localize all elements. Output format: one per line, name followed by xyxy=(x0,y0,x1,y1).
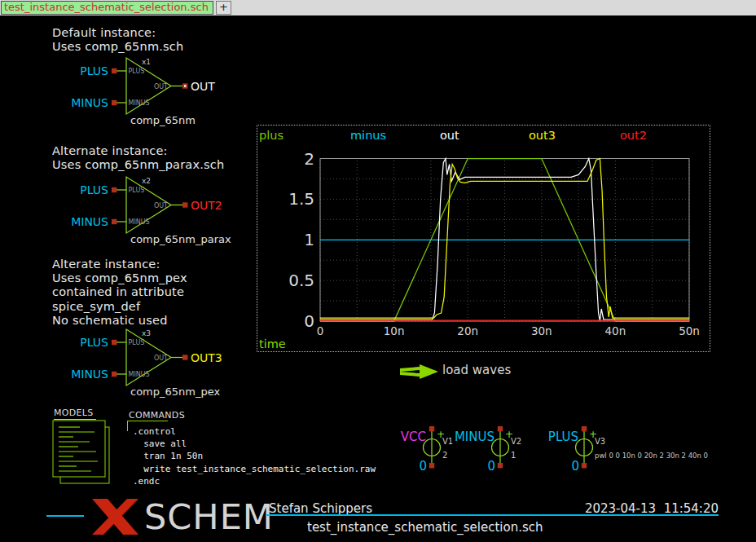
net-label: VCC xyxy=(401,430,426,444)
net-label-minus: MINUS xyxy=(71,368,108,381)
net-label-out: OUT xyxy=(191,80,215,93)
instance-designator: x2 xyxy=(142,177,151,185)
models-icon[interactable] xyxy=(49,416,122,494)
symbol-name: comp_65nm_parax xyxy=(130,233,231,245)
new-tab-button[interactable]: + xyxy=(216,1,231,15)
legend-out2: out2 xyxy=(620,129,647,142)
net-label-plus: PLUS xyxy=(80,336,108,349)
gnd-label: 0 xyxy=(487,459,495,474)
legend-minus: minus xyxy=(350,129,386,142)
pin-out-core xyxy=(184,85,186,86)
waveform-graph[interactable]: 010n20n30n40n50n00.511.52 plusminusoutou… xyxy=(257,125,710,352)
y-tick-label: 1.5 xyxy=(288,189,314,209)
net-label-minus: MINUS xyxy=(71,215,108,228)
net-label-out: OUT2 xyxy=(191,199,222,212)
source-value: pwl 0 0 10n 0 20n 2 30n 2 40n 0 xyxy=(595,452,708,460)
schematic-canvas[interactable]: 010n20n30n40n50n00.511.52 plusminusoutou… xyxy=(0,15,756,542)
load-waves-launcher[interactable]: load waves xyxy=(398,362,537,380)
vsource-V3[interactable]: +PLUSV3pwl 0 0 10n 0 20n 2 30n 2 40n 00 xyxy=(543,423,723,492)
pin-plus xyxy=(112,187,116,192)
net-label: PLUS xyxy=(548,430,578,444)
pin-bottom xyxy=(429,463,434,468)
y-tick-label: 0 xyxy=(304,311,314,331)
xschem-logo-x-icon xyxy=(88,496,143,537)
instance-designator: x3 xyxy=(142,329,151,337)
waveform-plot: 010n20n30n40n50n00.511.52 xyxy=(257,126,711,353)
pin-name-out: OUT xyxy=(154,83,168,90)
pin-name-plus: PLUS xyxy=(129,68,145,75)
pin-top xyxy=(429,426,434,431)
pin-minus xyxy=(112,100,116,105)
comparator-symbol-x3[interactable]: PLUSMINUSOUT3PLUSMINUSOUTx3comp_65nm_pex xyxy=(81,322,277,403)
comparator-symbol-x2[interactable]: PLUSMINUSOUT2PLUSMINUSOUTx2comp_65nm_par… xyxy=(81,170,277,251)
instance-designator: x1 xyxy=(142,58,151,66)
pin-name-plus: PLUS xyxy=(129,339,145,346)
titleblock-accent-line xyxy=(46,515,84,517)
pin-minus xyxy=(112,219,116,224)
titleblock-divider xyxy=(266,514,719,516)
gnd-label: 0 xyxy=(571,459,579,474)
x-tick-label: 40n xyxy=(605,324,626,337)
pin-name-minus: MINUS xyxy=(129,218,150,226)
symbol-name: comp_65nm_pex xyxy=(130,386,220,398)
pin-top xyxy=(498,426,503,431)
legend-out3: out3 xyxy=(529,129,556,142)
tab-label: test_instance_schematic_selection.sch xyxy=(4,1,209,13)
pin-name-minus: MINUS xyxy=(129,99,150,107)
comparator-symbol-x1[interactable]: PLUSMINUSOUTPLUSMINUSOUTx1comp_65nm xyxy=(81,51,277,132)
pin-name-out: OUT xyxy=(154,355,168,362)
pin-plus xyxy=(112,68,116,73)
pin-out xyxy=(182,202,187,207)
source-name: V2 xyxy=(511,437,521,446)
x-tick-label: 20n xyxy=(457,324,478,337)
y-tick-label: 1 xyxy=(304,230,314,249)
pin-plus xyxy=(112,340,116,345)
pin-name-minus: MINUS xyxy=(129,371,150,378)
source-value: 2 xyxy=(442,451,447,460)
net-label: MINUS xyxy=(455,430,494,444)
pin-name-out: OUT xyxy=(154,202,168,209)
net-label-plus: PLUS xyxy=(80,64,108,77)
titleblock-sheet-name: test_instance_schematic_selection.sch xyxy=(307,520,543,535)
legend-out: out xyxy=(440,129,459,142)
y-tick-label: 2 xyxy=(304,149,314,169)
x-tick-label: 10n xyxy=(384,324,405,337)
tab-bar: test_instance_schematic_selection.sch + xyxy=(0,0,756,15)
series-out3 xyxy=(320,159,689,319)
pin-top xyxy=(582,426,587,431)
x-tick-label: 0 xyxy=(317,324,324,337)
y-tick-label: 0.5 xyxy=(288,271,314,290)
commands-code[interactable]: .control save all tran 1n 50n write test… xyxy=(133,425,376,487)
pin-out xyxy=(182,355,187,359)
source-name: V3 xyxy=(595,437,605,446)
instance-note-x2: Alternate instance:Uses comp_65nm_parax.… xyxy=(52,144,224,172)
net-label-plus: PLUS xyxy=(80,183,108,196)
x-tick-label: 50n xyxy=(679,324,700,337)
launcher-label: load waves xyxy=(442,363,511,377)
net-label-out: OUT3 xyxy=(191,351,222,364)
instance-note-x3: Alterate instance:Uses comp_65nm_pexcont… xyxy=(52,258,187,328)
symbol-name: comp_65nm xyxy=(130,114,196,126)
commands-label[interactable]: COMMANDS xyxy=(129,410,185,421)
pin-bottom xyxy=(498,463,503,468)
pin-bottom xyxy=(582,463,587,468)
xschem-logo-text: SCHEM xyxy=(144,499,274,535)
pin-name-plus: PLUS xyxy=(129,187,145,194)
gnd-label: 0 xyxy=(419,459,427,474)
net-label-minus: MINUS xyxy=(71,96,108,109)
x-tick-label: 30n xyxy=(531,324,552,337)
source-name: V1 xyxy=(442,437,453,446)
pin-minus xyxy=(112,372,116,377)
tab-current[interactable]: test_instance_schematic_selection.sch xyxy=(1,1,213,15)
source-value: 1 xyxy=(511,451,516,460)
launcher-arrow-icon xyxy=(398,364,441,380)
